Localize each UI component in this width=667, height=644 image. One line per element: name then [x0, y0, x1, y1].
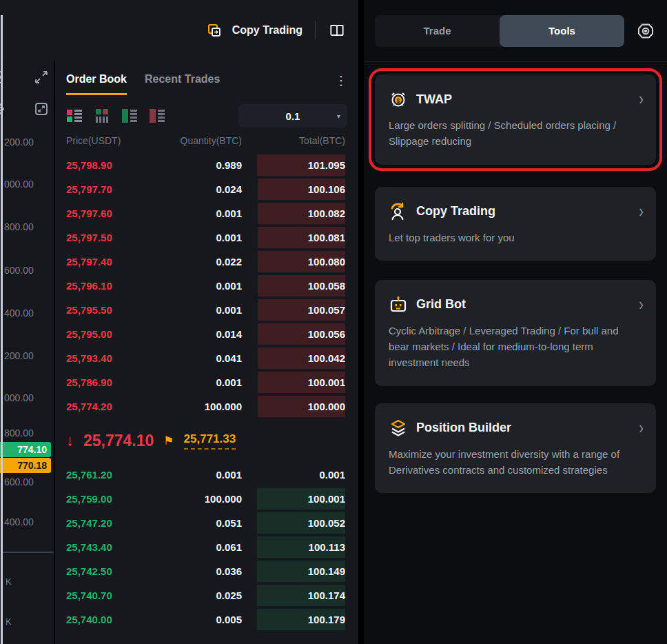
- last-price-row: ↓ 25,774.10 ⚑ 25,771.33: [55, 419, 358, 463]
- ask-row[interactable]: 25,797.600.001100.082: [55, 201, 358, 225]
- card-twap[interactable]: $ TWAP › Large orders splitting / Schedu…: [375, 74, 656, 165]
- order-book-controls: 0.1 ▾: [55, 99, 358, 131]
- order-total: 100.058: [242, 274, 345, 298]
- order-price: 25,797.40: [66, 256, 159, 268]
- card-description: Maximize your investment diversity with …: [389, 446, 642, 479]
- card-title: Position Builder: [416, 421, 511, 435]
- book-mode-both-icon[interactable]: [66, 108, 83, 123]
- order-price: 25,796.10: [66, 280, 159, 292]
- chart-pane-divider[interactable]: [3, 552, 54, 553]
- chevron-right-icon: ›: [639, 201, 644, 221]
- ask-row[interactable]: 25,796.100.001100.058: [55, 274, 358, 298]
- bid-row[interactable]: 25,743.400.061100.113: [55, 535, 358, 559]
- card-grid-bot[interactable]: Grid Bot › Cyclic Arbitrage / Leveraged …: [375, 280, 656, 386]
- card-description: Large orders splitting / Scheduled order…: [389, 117, 642, 150]
- copy-trading-link[interactable]: Copy Trading: [232, 24, 302, 37]
- price-down-arrow-icon: ↓: [66, 432, 74, 450]
- ask-row[interactable]: 25,797.500.001100.081: [55, 225, 358, 250]
- bid-row[interactable]: 25,740.700.025100.174: [55, 583, 358, 607]
- ask-row[interactable]: 25,793.400.041100.042: [55, 346, 358, 370]
- copy-trading-icon: [206, 22, 223, 39]
- book-mode-depth-icon[interactable]: [94, 108, 110, 123]
- order-total: 100.082: [242, 201, 345, 225]
- order-total: 100.057: [242, 298, 345, 322]
- layers-icon: [389, 419, 408, 438]
- card-copy-trading[interactable]: Copy Trading › Let top traders work for …: [375, 187, 656, 261]
- order-total: 100.001: [242, 487, 345, 511]
- price-axis-label: 600.00: [4, 476, 34, 487]
- order-total: 100.149: [242, 559, 345, 583]
- card-position-builder[interactable]: Position Builder › Maximize your investm…: [375, 403, 656, 494]
- order-quantity: 0.001: [159, 232, 242, 243]
- expand-chart-icon[interactable]: [33, 69, 50, 85]
- card-title: TWAP: [416, 92, 452, 107]
- price-axis-label: 200.00: [4, 137, 34, 148]
- tab-tools[interactable]: Tools: [500, 15, 624, 47]
- order-price: 25,740.00: [66, 614, 159, 625]
- order-quantity: 0.024: [159, 183, 242, 195]
- order-quantity: 0.001: [159, 376, 242, 388]
- guide-book-icon[interactable]: [328, 21, 346, 39]
- volume-axis-label: K: [6, 616, 12, 627]
- ask-row[interactable]: 25,795.500.001100.057: [55, 298, 358, 322]
- mark-price[interactable]: 25,771.33: [184, 432, 236, 450]
- book-mode-bids-icon[interactable]: [121, 108, 138, 123]
- order-book-menu-icon[interactable]: ⋮: [335, 73, 347, 87]
- price-axis-label: 400.00: [4, 516, 34, 527]
- order-price: 25,797.70: [66, 183, 159, 195]
- bid-row[interactable]: 25,759.00100.000100.001: [55, 487, 358, 511]
- bids-list: 25,761.200.0010.00125,759.00100.000100.0…: [55, 463, 358, 632]
- ask-row[interactable]: 25,798.900.989101.095: [55, 153, 358, 177]
- order-quantity: 0.051: [159, 517, 242, 529]
- left-panel-edge: [1, 15, 3, 644]
- volume-axis-label: K: [6, 576, 12, 587]
- order-quantity: 0.001: [159, 469, 242, 481]
- col-quantity: Quantity(BTC): [159, 135, 242, 149]
- order-price: 25,795.50: [66, 304, 159, 316]
- tab-trade[interactable]: Trade: [375, 15, 500, 47]
- screenshot-frame-icon[interactable]: [33, 101, 50, 117]
- price-axis-label: 000.00: [4, 179, 34, 190]
- col-price: Price(USDT): [66, 135, 159, 149]
- order-quantity: 0.005: [159, 614, 242, 625]
- order-quantity: 0.014: [159, 328, 242, 340]
- order-quantity: 100.000: [159, 493, 242, 505]
- order-quantity: 0.989: [159, 159, 242, 171]
- order-price: 25,759.00: [66, 493, 159, 505]
- card-description: Cyclic Arbitrage / Leveraged Trading / F…: [389, 323, 642, 371]
- order-price: 25,798.90: [66, 159, 159, 171]
- price-axis-label: 200.00: [4, 350, 34, 361]
- top-bar: Copy Trading: [0, 0, 358, 61]
- order-quantity: 0.022: [159, 256, 242, 268]
- bid-row[interactable]: 25,742.500.036100.149: [55, 559, 358, 583]
- order-total: 100.106: [242, 177, 345, 201]
- order-total: 100.000: [242, 394, 345, 419]
- ask-row[interactable]: 25,797.700.024100.106: [55, 177, 358, 201]
- bid-row[interactable]: 25,740.000.005100.179: [55, 607, 358, 632]
- ask-row[interactable]: 25,786.900.001100.001: [55, 370, 358, 394]
- ask-row[interactable]: 25,795.000.014100.056: [55, 322, 358, 346]
- ask-row[interactable]: 25,797.400.022100.080: [55, 250, 358, 274]
- order-price: 25,797.50: [66, 232, 159, 243]
- robot-icon: [389, 295, 408, 314]
- book-mode-asks-icon[interactable]: [149, 108, 165, 123]
- order-price: 25,793.40: [66, 352, 159, 364]
- order-quantity: 0.001: [159, 280, 242, 292]
- bid-row[interactable]: 25,747.200.051100.052: [55, 511, 358, 535]
- order-quantity: 0.041: [159, 352, 242, 364]
- preferences-gear-icon[interactable]: [635, 21, 656, 41]
- order-price: 25,786.90: [66, 376, 159, 388]
- order-quantity: 100.000: [159, 401, 242, 412]
- order-total: 100.174: [242, 583, 345, 607]
- order-price: 25,743.40: [66, 541, 159, 553]
- asks-list: 25,798.900.989101.09525,797.700.024100.1…: [55, 153, 358, 419]
- order-price: 25,742.50: [66, 565, 159, 577]
- tab-recent-trades[interactable]: Recent Trades: [145, 73, 220, 85]
- ask-row[interactable]: 25,774.20100.000100.000: [55, 394, 358, 419]
- price-axis-label: 800.00: [4, 221, 34, 232]
- bid-row[interactable]: 25,761.200.0010.001: [55, 463, 358, 487]
- tab-order-book[interactable]: Order Book: [66, 73, 127, 95]
- col-total: Total(BTC): [242, 135, 345, 149]
- tick-size-dropdown[interactable]: 0.1 ▾: [238, 104, 347, 128]
- order-book-tabs: Order Book Recent Trades ⋮: [55, 61, 358, 99]
